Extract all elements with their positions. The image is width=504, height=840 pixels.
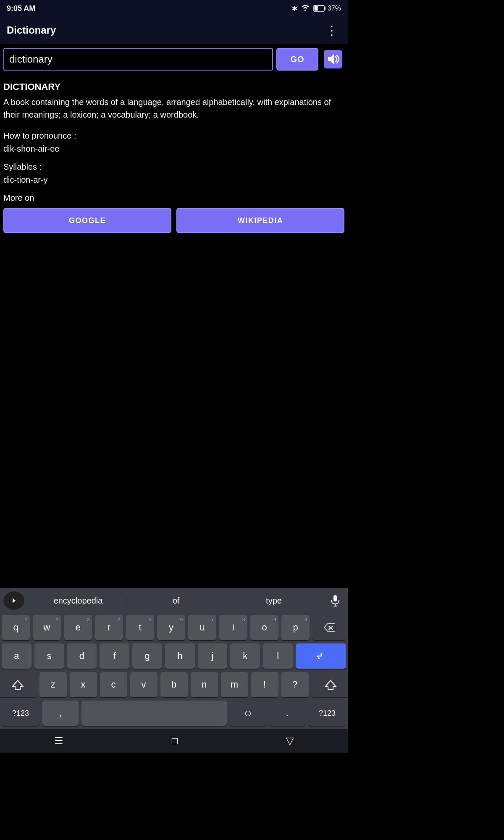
key-g[interactable]: g <box>132 643 162 669</box>
mic-button[interactable] <box>326 591 344 610</box>
google-button[interactable]: GOOGLE <box>3 208 171 233</box>
key-symbols-right[interactable]: ?123 <box>308 701 346 726</box>
pronounce-label: How to pronounce : <box>3 131 344 141</box>
key-shift-left[interactable] <box>0 672 37 697</box>
key-p[interactable]: p0 <box>281 615 310 640</box>
status-bar: 9:05 AM ✱ 37% <box>0 0 348 17</box>
bluetooth-icon: ✱ <box>292 5 297 13</box>
key-e[interactable]: e3 <box>64 615 92 640</box>
svg-rect-5 <box>333 595 337 601</box>
key-k[interactable]: k <box>230 643 260 669</box>
key-t[interactable]: t5 <box>126 615 154 640</box>
key-j[interactable]: j <box>198 643 228 669</box>
wikipedia-button[interactable]: WIKIPEDIA <box>176 208 344 233</box>
app-title: Dictionary <box>7 24 56 36</box>
content-area: DICTIONARY A book containing the words o… <box>0 75 348 243</box>
key-symbols-left[interactable]: ?123 <box>2 701 39 726</box>
word-definition: A book containing the words of a languag… <box>3 96 344 121</box>
status-icons: ✱ 37% <box>292 4 341 13</box>
key-space[interactable] <box>81 701 227 726</box>
menu-dots-button[interactable]: ⋮ <box>323 20 341 41</box>
key-backspace[interactable] <box>312 615 346 640</box>
key-comma[interactable]: , <box>42 701 79 726</box>
go-button[interactable]: GO <box>276 48 318 71</box>
key-w[interactable]: w2 <box>33 615 61 640</box>
nav-back-icon[interactable]: ▽ <box>286 735 294 747</box>
key-a[interactable]: a <box>2 643 32 669</box>
key-s[interactable]: s <box>34 643 64 669</box>
key-l[interactable]: l <box>263 643 293 669</box>
autocomplete-word2[interactable]: of <box>127 596 225 606</box>
battery-pct: 37% <box>328 5 341 12</box>
autocomplete-word3[interactable]: type <box>225 596 323 606</box>
key-row-3: z x c v b n m ! ? <box>2 672 346 697</box>
more-on-buttons: GOOGLE WIKIPEDIA <box>3 208 344 233</box>
key-h[interactable]: h <box>165 643 195 669</box>
key-x[interactable]: x <box>70 672 97 697</box>
key-o[interactable]: o9 <box>250 615 278 640</box>
wifi-icon <box>301 4 310 13</box>
autocomplete-arrow-button[interactable] <box>3 591 24 610</box>
key-c[interactable]: c <box>100 672 127 697</box>
key-row-1: q1 w2 e3 r4 t5 y6 u7 i8 o9 p0 <box>2 615 346 640</box>
key-row-2: a s d f g h j k l <box>2 643 346 669</box>
key-emoji[interactable]: ☺ <box>230 701 266 726</box>
speaker-icon <box>324 50 342 68</box>
battery-icon: 37% <box>313 5 341 12</box>
key-shift-right[interactable] <box>312 672 348 697</box>
key-row-4: ?123 , ☺ . ?123 <box>2 701 346 726</box>
keyboard-area: encyclopedia of type q1 w2 e3 r4 t5 y6 u… <box>0 588 348 753</box>
key-b[interactable]: b <box>160 672 188 697</box>
autocomplete-bar: encyclopedia of type <box>0 588 348 613</box>
app-bar: Dictionary ⋮ <box>0 17 348 44</box>
search-row: GO <box>0 44 348 75</box>
word-title: DICTIONARY <box>3 81 344 92</box>
key-r[interactable]: r4 <box>95 615 123 640</box>
key-y[interactable]: y6 <box>157 615 185 640</box>
syllables-label: Syllables : <box>3 162 344 172</box>
status-time: 9:05 AM <box>7 4 35 13</box>
key-f[interactable]: f <box>100 643 129 669</box>
svg-rect-2 <box>324 7 326 10</box>
bottom-nav: ☰ □ ▽ <box>0 729 348 753</box>
nav-menu-icon[interactable]: ☰ <box>54 735 63 747</box>
key-period[interactable]: . <box>269 701 305 726</box>
key-enter[interactable] <box>296 643 346 669</box>
syllables: dic-tion-ar-y <box>3 175 344 185</box>
speaker-button[interactable] <box>322 48 344 71</box>
nav-home-icon[interactable]: □ <box>172 735 178 747</box>
autocomplete-word1[interactable]: encyclopedia <box>29 596 127 606</box>
key-exclaim[interactable]: ! <box>251 672 278 697</box>
svg-rect-1 <box>314 6 318 11</box>
search-input[interactable] <box>3 48 273 71</box>
key-z[interactable]: z <box>39 672 67 697</box>
key-n[interactable]: n <box>191 672 218 697</box>
key-m[interactable]: m <box>221 672 248 697</box>
pronunciation: dik-shon-air-ee <box>3 144 344 154</box>
svg-marker-10 <box>13 680 23 690</box>
key-i[interactable]: i8 <box>219 615 247 640</box>
key-question[interactable]: ? <box>281 672 309 697</box>
more-on-label: More on <box>3 193 344 203</box>
keyboard-keys: q1 w2 e3 r4 t5 y6 u7 i8 o9 p0 a s d f <box>0 613 348 726</box>
key-u[interactable]: u7 <box>188 615 216 640</box>
key-q[interactable]: q1 <box>2 615 30 640</box>
key-d[interactable]: d <box>67 643 97 669</box>
svg-marker-11 <box>326 680 336 690</box>
key-v[interactable]: v <box>130 672 158 697</box>
svg-marker-4 <box>13 598 16 603</box>
